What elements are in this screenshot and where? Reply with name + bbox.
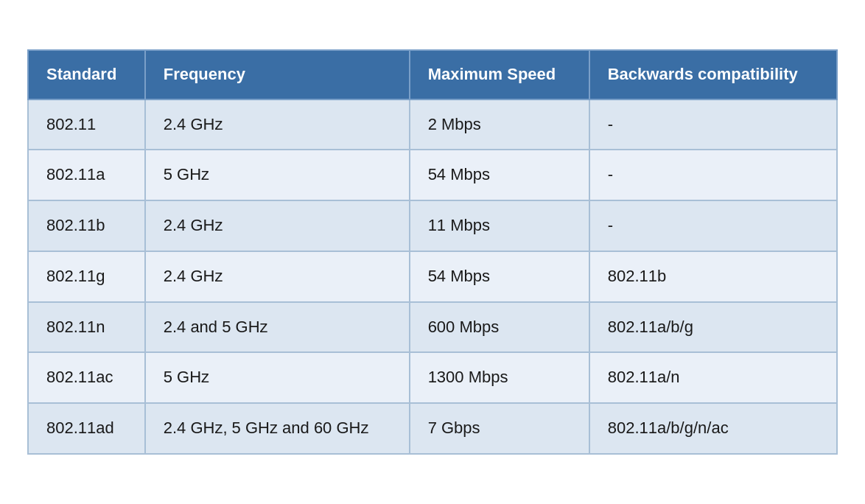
cell-max_speed: 54 Mbps <box>410 251 589 302</box>
cell-max_speed: 7 Gbps <box>410 403 589 454</box>
cell-backwards_compat: 802.11b <box>589 251 837 302</box>
table-row: 802.11a5 GHz54 Mbps- <box>28 150 837 200</box>
table-row: 802.11ac5 GHz1300 Mbps802.11a/n <box>28 352 837 403</box>
wifi-standards-table: Standard Frequency Maximum Speed Backwar… <box>27 49 838 455</box>
cell-standard: 802.11g <box>28 251 145 302</box>
table-row: 802.112.4 GHz2 Mbps- <box>28 99 837 150</box>
cell-max_speed: 600 Mbps <box>410 302 589 353</box>
table-row: 802.11ad2.4 GHz, 5 GHz and 60 GHz7 Gbps8… <box>28 403 837 454</box>
header-standard: Standard <box>28 50 145 99</box>
cell-standard: 802.11 <box>28 99 145 150</box>
cell-standard: 802.11ad <box>28 403 145 454</box>
cell-frequency: 2.4 GHz <box>145 200 410 251</box>
cell-max_speed: 11 Mbps <box>410 200 589 251</box>
cell-frequency: 2.4 GHz <box>145 99 410 150</box>
cell-frequency: 2.4 GHz <box>145 251 410 302</box>
cell-backwards_compat: - <box>589 99 837 150</box>
cell-max_speed: 2 Mbps <box>410 99 589 150</box>
cell-frequency: 2.4 GHz, 5 GHz and 60 GHz <box>145 403 410 454</box>
cell-backwards_compat: 802.11a/b/g <box>589 302 837 353</box>
header-row: Standard Frequency Maximum Speed Backwar… <box>28 50 837 99</box>
header-backwards-compat: Backwards compatibility <box>589 50 837 99</box>
cell-backwards_compat: - <box>589 150 837 200</box>
cell-max_speed: 1300 Mbps <box>410 352 589 403</box>
cell-standard: 802.11ac <box>28 352 145 403</box>
cell-frequency: 2.4 and 5 GHz <box>145 302 410 353</box>
table-row: 802.11n2.4 and 5 GHz600 Mbps802.11a/b/g <box>28 302 837 353</box>
cell-backwards_compat: - <box>589 200 837 251</box>
cell-frequency: 5 GHz <box>145 150 410 200</box>
header-max-speed: Maximum Speed <box>410 50 589 99</box>
cell-backwards_compat: 802.11a/n <box>589 352 837 403</box>
cell-standard: 802.11a <box>28 150 145 200</box>
cell-standard: 802.11b <box>28 200 145 251</box>
cell-standard: 802.11n <box>28 302 145 353</box>
table-row: 802.11g2.4 GHz54 Mbps802.11b <box>28 251 837 302</box>
cell-frequency: 5 GHz <box>145 352 410 403</box>
table-row: 802.11b2.4 GHz11 Mbps- <box>28 200 837 251</box>
cell-backwards_compat: 802.11a/b/g/n/ac <box>589 403 837 454</box>
cell-max_speed: 54 Mbps <box>410 150 589 200</box>
table-wrapper: Standard Frequency Maximum Speed Backwar… <box>27 49 838 455</box>
header-frequency: Frequency <box>145 50 410 99</box>
